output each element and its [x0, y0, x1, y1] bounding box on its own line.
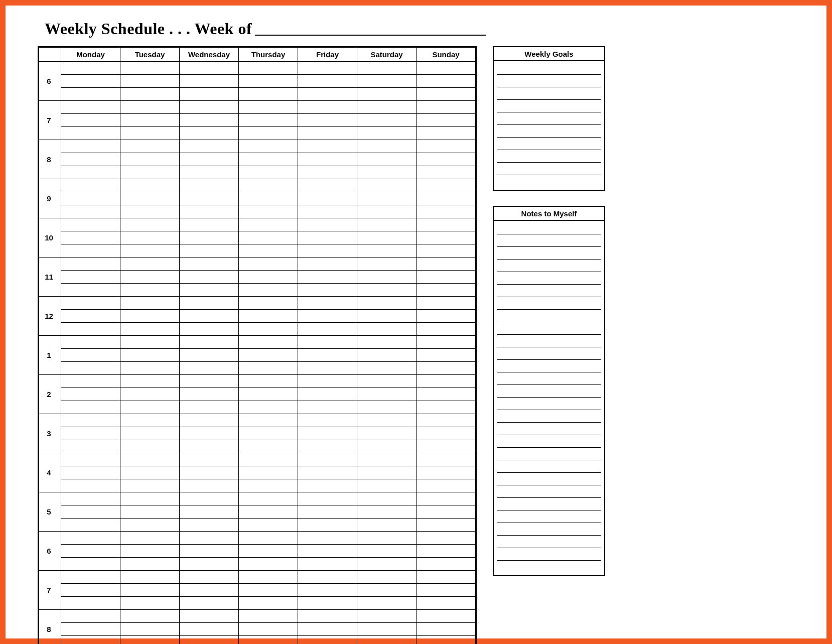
- schedule-cell: [180, 336, 239, 349]
- time-label: 7: [39, 101, 61, 140]
- note-line: [497, 435, 601, 448]
- schedule-row: [39, 349, 476, 362]
- schedule-cell: [417, 414, 476, 427]
- schedule-cell: [120, 166, 180, 179]
- schedule-cell: [120, 453, 180, 466]
- note-line: [497, 372, 601, 385]
- schedule-cell: [61, 205, 120, 218]
- time-label: 6: [39, 532, 61, 571]
- header-sunday: Sunday: [417, 48, 476, 62]
- schedule-cell: [298, 244, 357, 257]
- schedule-cell: [180, 519, 239, 532]
- schedule-cell: [239, 362, 298, 375]
- schedule-cell: [357, 401, 417, 414]
- schedule-row: [39, 505, 476, 519]
- schedule-cell: [298, 375, 357, 388]
- schedule-cell: [239, 284, 298, 297]
- time-label: 3: [39, 414, 61, 453]
- schedule-row: [39, 323, 476, 336]
- schedule-cell: [239, 466, 298, 479]
- schedule-cell: [180, 297, 239, 310]
- schedule-cell: [120, 101, 180, 114]
- schedule-cell: [61, 466, 120, 479]
- schedule-cell: [357, 505, 417, 519]
- document-frame: Weekly Schedule . . . Week of Monday Tue…: [0, 0, 832, 644]
- schedule-cell: [357, 519, 417, 532]
- schedule-cell: [180, 349, 239, 362]
- note-line: [497, 285, 601, 297]
- schedule-cell: [120, 505, 180, 519]
- schedule-row: [39, 362, 476, 375]
- schedule-cell: [180, 597, 239, 610]
- note-line: [497, 423, 601, 435]
- note-line: [497, 310, 601, 322]
- schedule-cell: [180, 388, 239, 401]
- schedule-cell: [239, 440, 298, 453]
- schedule-cell: [357, 271, 417, 284]
- side-column: Weekly Goals Notes to Myself: [493, 46, 605, 644]
- schedule-cell: [417, 584, 476, 597]
- schedule-cell: [239, 218, 298, 231]
- schedule-cell: [357, 88, 417, 101]
- schedule-cell: [298, 114, 357, 127]
- schedule-cell: [298, 636, 357, 645]
- schedule-cell: [239, 375, 298, 388]
- schedule-cell: [239, 310, 298, 323]
- note-line: [497, 222, 601, 234]
- schedule-cell: [357, 179, 417, 192]
- schedule-cell: [298, 623, 357, 636]
- schedule-cell: [417, 297, 476, 310]
- schedule-cell: [357, 257, 417, 271]
- schedule-row: [39, 271, 476, 284]
- schedule-cell: [357, 584, 417, 597]
- schedule-cell: [298, 271, 357, 284]
- schedule-cell: [357, 349, 417, 362]
- schedule-cell: [298, 427, 357, 440]
- schedule-cell: [417, 545, 476, 558]
- weekly-goals-header: Weekly Goals: [494, 47, 604, 61]
- schedule-cell: [180, 75, 239, 88]
- weekly-goals-lines: [494, 61, 604, 190]
- schedule-cell: [357, 558, 417, 571]
- schedule-cell: [180, 623, 239, 636]
- schedule-cell: [239, 153, 298, 166]
- schedule-cell: [417, 153, 476, 166]
- notes-box: Notes to Myself: [493, 206, 605, 576]
- schedule-cell: [180, 545, 239, 558]
- time-label: 8: [39, 610, 61, 645]
- schedule-cell: [180, 466, 239, 479]
- schedule-cell: [298, 519, 357, 532]
- note-line: [497, 448, 601, 460]
- schedule-cell: [61, 388, 120, 401]
- schedule-cell: [298, 414, 357, 427]
- schedule-cell: [417, 114, 476, 127]
- schedule-cell: [298, 492, 357, 505]
- schedule-row: [39, 623, 476, 636]
- schedule-cell: [417, 427, 476, 440]
- goal-line: [497, 62, 601, 75]
- schedule-cell: [357, 466, 417, 479]
- goal-line: [497, 75, 601, 87]
- schedule-cell: [239, 558, 298, 571]
- schedule-cell: [120, 492, 180, 505]
- schedule-cell: [298, 597, 357, 610]
- schedule-cell: [120, 375, 180, 388]
- schedule-cell: [120, 179, 180, 192]
- schedule-cell: [357, 636, 417, 645]
- schedule-cell: [357, 571, 417, 584]
- schedule-cell: [120, 440, 180, 453]
- schedule-cell: [357, 323, 417, 336]
- schedule-cell: [239, 505, 298, 519]
- schedule-cell: [61, 88, 120, 101]
- schedule-cell: [120, 75, 180, 88]
- schedule-cell: [180, 375, 239, 388]
- schedule-cell: [417, 192, 476, 205]
- time-label: 10: [39, 218, 61, 257]
- schedule-cell: [239, 623, 298, 636]
- schedule-cell: [180, 114, 239, 127]
- schedule-cell: [61, 127, 120, 140]
- schedule-cell: [298, 310, 357, 323]
- schedule-row: 4: [39, 453, 476, 466]
- schedule-cell: [298, 388, 357, 401]
- schedule-cell: [298, 323, 357, 336]
